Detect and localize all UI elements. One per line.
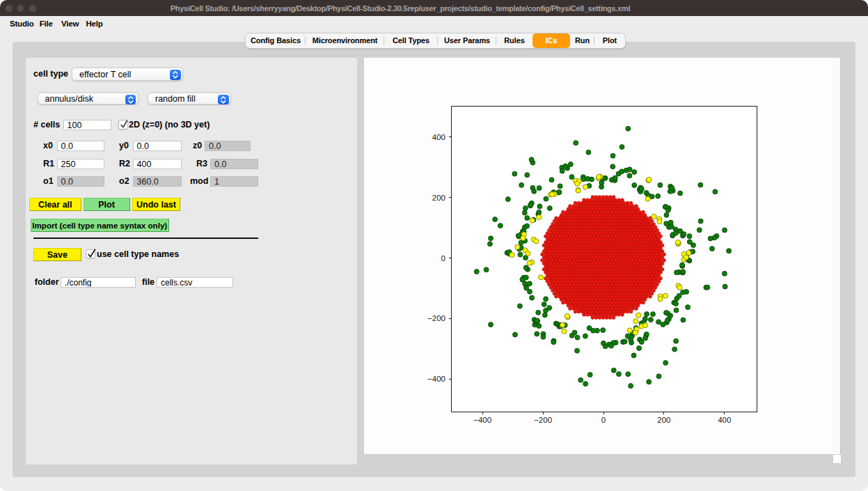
svg-text:0: 0 — [601, 416, 606, 424]
svg-text:200: 200 — [432, 194, 445, 202]
svg-text:400: 400 — [718, 416, 731, 424]
svg-text:−200: −200 — [534, 416, 552, 424]
svg-text:−400: −400 — [427, 375, 445, 383]
svg-text:200: 200 — [657, 416, 670, 424]
svg-text:0: 0 — [441, 254, 445, 263]
svg-text:−200: −200 — [427, 314, 445, 322]
svg-text:400: 400 — [432, 133, 445, 141]
svg-text:−400: −400 — [473, 416, 491, 424]
